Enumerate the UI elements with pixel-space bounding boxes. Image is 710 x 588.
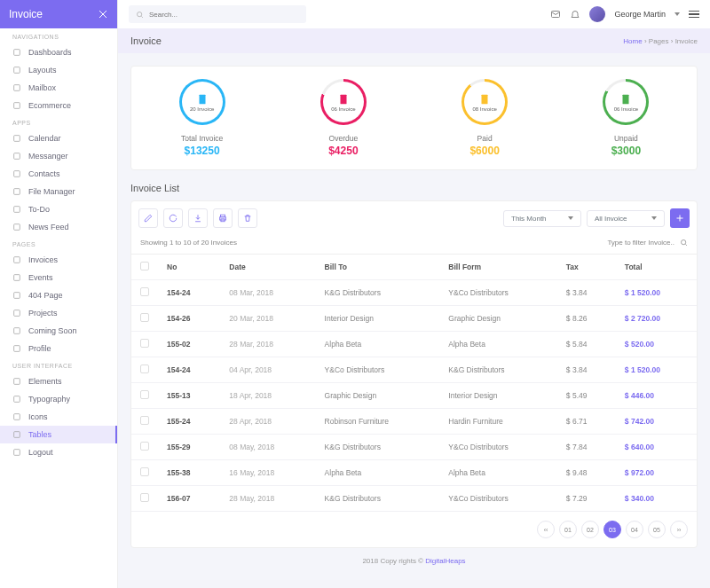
page-next[interactable]: ›› bbox=[670, 521, 688, 538]
nav-item-contacts[interactable]: Contacts bbox=[0, 165, 117, 183]
stat-ring: 20 Invoice bbox=[179, 79, 225, 125]
nav-item-layouts[interactable]: Layouts bbox=[0, 61, 117, 79]
nav-label: Contacts bbox=[28, 169, 60, 178]
edit-button[interactable] bbox=[138, 208, 158, 228]
nav-item-profile[interactable]: Profile bbox=[0, 340, 117, 357]
menu-icon[interactable] bbox=[689, 11, 699, 19]
nav-item-ecommerce[interactable]: Ecommerce bbox=[0, 97, 117, 114]
row-checkbox[interactable] bbox=[140, 493, 149, 502]
cell-no: 155-02 bbox=[158, 332, 220, 357]
page-03[interactable]: 03 bbox=[604, 521, 621, 538]
col-header[interactable]: Total bbox=[616, 255, 697, 280]
table-row[interactable]: 154-2404 Apr, 2018Y&Co DistributorsK&G D… bbox=[131, 357, 697, 383]
nav-item-news-feed[interactable]: News Feed bbox=[0, 218, 117, 236]
row-checkbox[interactable] bbox=[140, 442, 149, 451]
nav-item-file-manager[interactable]: File Manager bbox=[0, 183, 117, 200]
row-checkbox[interactable] bbox=[140, 467, 149, 476]
page-prev[interactable]: ‹‹ bbox=[537, 521, 555, 538]
nav-item-icons[interactable]: Icons bbox=[0, 408, 117, 426]
table-row[interactable]: 155-1318 Apr, 2018Graphic DesignInterior… bbox=[131, 383, 697, 409]
print-button[interactable] bbox=[213, 208, 233, 228]
svg-rect-8 bbox=[14, 207, 20, 213]
avatar[interactable] bbox=[589, 6, 605, 22]
col-header[interactable]: Tax bbox=[557, 255, 616, 280]
footer-link[interactable]: DigitalHeaps bbox=[425, 557, 465, 565]
table-row[interactable]: 155-2428 Apr, 2018Robinson FurnitureHard… bbox=[131, 409, 697, 435]
cell-from: K&G Distributors bbox=[439, 357, 557, 383]
nav-item-events[interactable]: Events bbox=[0, 269, 117, 286]
row-checkbox[interactable] bbox=[140, 287, 149, 296]
nav-item-typography[interactable]: Typography bbox=[0, 390, 117, 408]
nav-section-title: APPS bbox=[0, 114, 117, 129]
nav-item-messanger[interactable]: Messanger bbox=[0, 147, 117, 165]
page-04[interactable]: 04 bbox=[626, 521, 643, 538]
delete-button[interactable] bbox=[238, 208, 257, 228]
table-row[interactable]: 155-3816 May, 2018Alpha BetaAlpha Beta$ … bbox=[131, 460, 697, 486]
refresh-button[interactable] bbox=[163, 208, 183, 228]
row-checkbox[interactable] bbox=[140, 339, 149, 348]
filter-placeholder[interactable]: Type to filter Invoice.. bbox=[607, 239, 674, 247]
svg-rect-23 bbox=[199, 94, 205, 104]
nav-label: Tables bbox=[28, 430, 51, 439]
nav-label: Elements bbox=[28, 377, 62, 386]
search[interactable] bbox=[129, 5, 306, 23]
footer: 2018 Copy rights © DigitalHeaps bbox=[130, 548, 698, 574]
nav-item-projects[interactable]: Projects bbox=[0, 304, 117, 322]
page-02[interactable]: 02 bbox=[581, 521, 599, 538]
table-row[interactable]: 154-2620 Mar, 2018Interior DesignGraphic… bbox=[131, 306, 697, 332]
cell-tax: $ 9.48 bbox=[557, 460, 616, 486]
table-row[interactable]: 155-2908 May, 2018K&G DistributorsY&Co D… bbox=[131, 435, 697, 460]
nav-item-dashboards[interactable]: Dashboards bbox=[0, 43, 117, 61]
page-title: Invoice bbox=[130, 35, 162, 46]
cell-from: Y&Co Distributors bbox=[439, 486, 557, 512]
invoice-icon bbox=[478, 93, 491, 106]
nav-item-to-do[interactable]: To-Do bbox=[0, 200, 117, 218]
table-row[interactable]: 156-0728 May, 2018K&G DistributorsY&Co D… bbox=[131, 486, 697, 512]
table-row[interactable]: 155-0228 Mar, 2018Alpha BetaAlpha Beta$ … bbox=[131, 332, 697, 357]
content: 20 InvoiceTotal Invoice$1325006 InvoiceO… bbox=[118, 53, 710, 588]
table-row[interactable]: 154-2408 Mar, 2018K&G DistributorsY&Co D… bbox=[131, 280, 697, 306]
list-title: Invoice List bbox=[130, 183, 698, 193]
crumb-pages: Pages bbox=[649, 37, 669, 45]
search-icon bbox=[136, 11, 144, 19]
bell-icon[interactable] bbox=[570, 9, 580, 20]
nav-item-calendar[interactable]: Calendar bbox=[0, 129, 117, 147]
col-header[interactable]: No bbox=[158, 255, 220, 280]
row-checkbox[interactable] bbox=[140, 365, 149, 373]
nav-item-logout[interactable]: Logout bbox=[0, 443, 117, 461]
user-caret-icon[interactable] bbox=[674, 12, 680, 16]
nav-item-404-page[interactable]: 404 Page bbox=[0, 286, 117, 304]
nav-item-invoices[interactable]: Invoices bbox=[0, 251, 117, 269]
select-all-checkbox[interactable] bbox=[140, 262, 149, 270]
crumb-home[interactable]: Home bbox=[623, 37, 642, 45]
user-name[interactable]: George Martin bbox=[614, 10, 666, 19]
nav-item-coming-soon[interactable]: Coming Soon bbox=[0, 322, 117, 340]
stat-card: 08 InvoicePaid$6000 bbox=[414, 79, 556, 157]
settings-icon[interactable] bbox=[98, 9, 108, 20]
col-header[interactable]: Bill Form bbox=[439, 255, 557, 280]
col-header[interactable]: Date bbox=[220, 255, 315, 280]
scope-dropdown[interactable]: All Invoice bbox=[587, 210, 665, 227]
nav-item-mailbox[interactable]: Mailbox bbox=[0, 79, 117, 97]
cell-tax: $ 5.49 bbox=[557, 383, 616, 409]
search-icon[interactable] bbox=[680, 239, 688, 247]
row-checkbox[interactable] bbox=[140, 313, 149, 322]
page-05[interactable]: 05 bbox=[648, 521, 666, 538]
cell-no: 154-24 bbox=[158, 357, 220, 383]
page-01[interactable]: 01 bbox=[559, 521, 577, 538]
stat-ring: 06 Invoice bbox=[603, 79, 649, 125]
nav-item-elements[interactable]: Elements bbox=[0, 372, 117, 390]
layout-icon bbox=[12, 66, 21, 74]
nav-item-tables[interactable]: Tables bbox=[0, 426, 117, 443]
search-input[interactable] bbox=[149, 11, 299, 19]
cell-total: $ 2 720.00 bbox=[616, 306, 697, 332]
col-header[interactable]: Bill To bbox=[316, 255, 440, 280]
cell-to: K&G Distributors bbox=[316, 280, 440, 306]
add-button[interactable] bbox=[670, 208, 690, 228]
svg-rect-12 bbox=[14, 293, 20, 299]
mail-icon[interactable] bbox=[550, 9, 561, 20]
row-checkbox[interactable] bbox=[140, 390, 149, 399]
period-dropdown[interactable]: This Month bbox=[503, 210, 581, 227]
download-button[interactable] bbox=[188, 208, 208, 228]
row-checkbox[interactable] bbox=[140, 416, 149, 425]
